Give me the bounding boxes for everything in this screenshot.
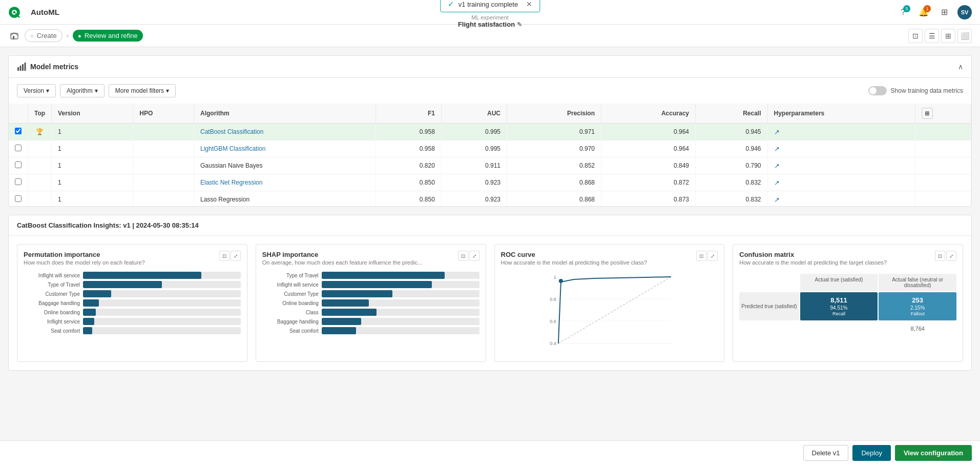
step-create-icon: ○ — [30, 33, 34, 39]
bar-track — [322, 290, 479, 297]
row-checkbox[interactable] — [15, 161, 22, 168]
step-create[interactable]: ○ Create — [25, 29, 62, 42]
bar-row: Seat comfort — [24, 327, 241, 334]
chart-fullscreen-icon[interactable]: ⤢ — [946, 251, 956, 261]
bar-fill — [322, 272, 445, 279]
apps-grid-button[interactable]: ⊞ — [937, 5, 951, 19]
view-icon-1[interactable]: ⊡ — [908, 29, 923, 43]
cm-fp-label: Fallout — [881, 311, 954, 316]
view-icon-4[interactable]: ⬜ — [957, 29, 972, 43]
notifications-button[interactable]: 🔔 1 — [916, 5, 931, 19]
bar-row: Inflight wifi service — [262, 281, 479, 288]
bar-fill — [322, 290, 392, 297]
chart-fullscreen-icon[interactable]: ⤢ — [469, 251, 479, 261]
chart-fullscreen-icon[interactable]: ⤢ — [231, 251, 241, 261]
f1-cell: 0.958 — [376, 124, 441, 140]
recall-cell: 0.832 — [696, 174, 768, 191]
version-filter[interactable]: Version ▾ — [17, 84, 56, 97]
view-icon-2[interactable]: ☰ — [925, 29, 939, 43]
hpo-cell — [133, 191, 194, 207]
chart-fullscreen-icon[interactable]: ⤢ — [707, 251, 718, 261]
step-review-refine[interactable]: ● Review and refine — [73, 30, 143, 42]
bar-fill — [83, 290, 111, 297]
precision-cell: 0.852 — [507, 157, 601, 174]
home-icon[interactable] — [8, 30, 20, 42]
f1-cell: 0.958 — [376, 140, 441, 157]
view-icons: ⊡ ☰ ⊞ ⬜ — [908, 29, 972, 43]
chart-expand-icon[interactable]: ⊡ — [219, 251, 230, 261]
col-header-accuracy: Accuracy — [601, 104, 695, 124]
table-row: 1 Gaussian Naive Bayes 0.820 0.911 0.852… — [9, 157, 971, 174]
bar-track — [83, 327, 241, 334]
top-cell — [28, 157, 52, 174]
hyperparams-link[interactable]: ↗ — [774, 179, 780, 187]
actions-cell — [915, 191, 971, 207]
step-review-label: Review and refine — [85, 32, 138, 39]
algorithm-filter[interactable]: Algorithm ▾ — [60, 84, 105, 97]
svg-rect-5 — [13, 36, 14, 39]
bar-track — [322, 299, 479, 307]
confusion-subtitle: How accurate is the model at predicting … — [739, 259, 887, 266]
metrics-tbody: 🏆 1 CatBoost Classification 0.958 0.995 … — [9, 124, 971, 207]
toast-close-button[interactable]: ✕ — [526, 0, 532, 8]
bar-label: Online boarding — [262, 300, 319, 306]
collapse-button[interactable]: ∧ — [958, 63, 963, 71]
top-cell — [28, 140, 52, 157]
bar-track — [83, 281, 241, 288]
bar-track — [83, 272, 241, 279]
roc-title: ROC curve — [501, 251, 648, 258]
shap-chart: SHAP importance On average, how much doe… — [256, 244, 486, 362]
algorithm-link[interactable]: LightGBM Classification — [200, 145, 265, 152]
hpo-cell — [133, 157, 194, 174]
svg-text:0.8: 0.8 — [550, 297, 556, 302]
row-checkbox[interactable] — [15, 128, 22, 134]
f1-cell: 0.850 — [376, 174, 441, 191]
hyperparams-cell: ↗ — [767, 191, 915, 207]
hyperparams-link[interactable]: ↗ — [774, 128, 780, 136]
hpo-cell — [133, 174, 194, 191]
algorithm-link[interactable]: CatBoost Classification — [200, 128, 263, 135]
charts-grid: Permutation importance How much does the… — [9, 236, 971, 370]
col-header-algorithm: Algorithm — [194, 104, 376, 124]
edit-icon[interactable]: ✎ — [517, 21, 522, 28]
hyperparams-link[interactable]: ↗ — [774, 162, 780, 170]
hyperparams-link[interactable]: ↗ — [774, 145, 780, 153]
cm-actual-true-header: Actual true (satisfied) — [800, 274, 878, 291]
cm-row-total: 8,764 — [879, 321, 956, 336]
metrics-table-wrapper: Top Version HPO Algorithm F1 AUC Precisi… — [9, 104, 971, 206]
roc-subtitle: How accurate is the model at predicting … — [501, 259, 648, 266]
accuracy-cell: 0.872 — [601, 174, 695, 191]
algorithm-link[interactable]: Elastic Net Regression — [200, 179, 262, 186]
hyperparams-cell: ↗ — [767, 157, 915, 174]
column-config-icon[interactable]: ⊞ — [922, 108, 933, 119]
col-header-actions: ⊞ — [915, 104, 971, 124]
version-cell: 1 — [52, 140, 133, 157]
accuracy-cell: 0.873 — [601, 191, 695, 207]
section-title: Model metrics — [17, 62, 78, 71]
bar-fill — [83, 281, 162, 288]
cm-row-total-spacer2 — [800, 321, 878, 336]
chart-icons: ⊡ ⤢ — [935, 251, 956, 261]
svg-line-19 — [558, 277, 671, 343]
help-button[interactable]: ? 5 — [896, 5, 910, 19]
toggle-switch[interactable] — [868, 86, 887, 95]
metrics-table: Top Version HPO Algorithm F1 AUC Precisi… — [9, 104, 971, 206]
row-checkbox[interactable] — [15, 195, 22, 202]
row-checkbox[interactable] — [15, 178, 22, 185]
chart-expand-icon[interactable]: ⊡ — [458, 251, 468, 261]
svg-rect-8 — [22, 64, 24, 71]
chart-expand-icon[interactable]: ⊡ — [935, 251, 945, 261]
permutation-bars: Inflight wifi service Type of Travel Cus… — [24, 272, 241, 334]
col-header-hpo: HPO — [133, 104, 194, 124]
shap-subtitle: On average, how much does each feature i… — [262, 259, 422, 266]
filters-row: Version ▾ Algorithm ▾ More model filters… — [9, 78, 971, 104]
avatar[interactable]: SV — [957, 5, 972, 19]
hyperparams-link[interactable]: ↗ — [774, 196, 780, 204]
auc-cell: 0.995 — [441, 124, 507, 140]
view-icon-3[interactable]: ⊞ — [941, 29, 955, 43]
chart-expand-icon[interactable]: ⊡ — [696, 251, 706, 261]
more-filters[interactable]: More model filters ▾ — [109, 84, 176, 97]
row-checkbox[interactable] — [15, 145, 22, 151]
col-header-top: Top — [28, 104, 52, 124]
permutation-chart: Permutation importance How much does the… — [17, 244, 247, 362]
